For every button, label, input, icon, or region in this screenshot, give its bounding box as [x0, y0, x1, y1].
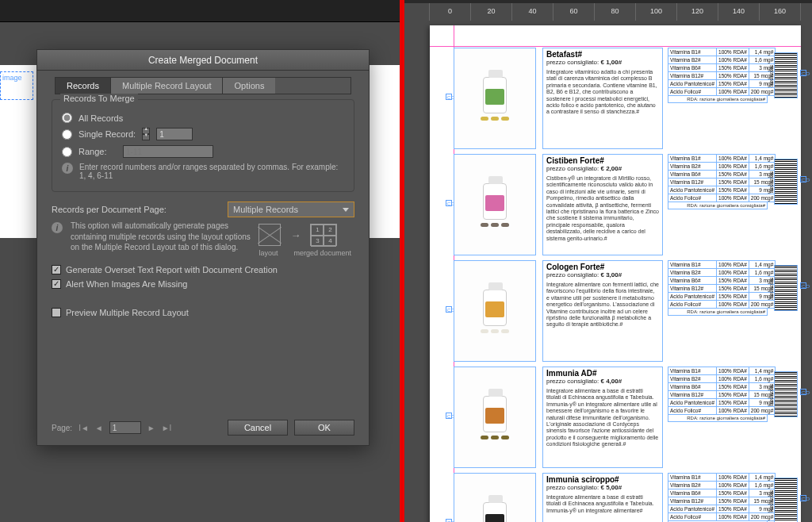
product-title: Cologen Forte# — [546, 263, 604, 271]
product-title: Immunia sciroppo# — [546, 475, 619, 484]
product-text-frame[interactable]: Cologen Forte# prezzo consigliato: € 3,0… — [542, 260, 663, 362]
last-page-icon[interactable]: ►I — [162, 424, 172, 432]
tab-multiple-record-layout[interactable]: Multiple Record Layout — [111, 78, 224, 94]
nutrition-table-frame[interactable]: Vitamina B1#100% RDA#1,4 mg#Vitamina B2#… — [668, 367, 768, 422]
info-icon: i — [62, 163, 73, 174]
barcode-number: 5050505054 — [768, 478, 774, 522]
page-number-input[interactable] — [109, 421, 141, 434]
product-text-frame[interactable]: Cistiben Forte# prezzo consigliato: € 2,… — [542, 154, 663, 255]
nutrition-table-frame[interactable]: Vitamina B1#100% RDA#1,4 mg#Vitamina B2#… — [668, 154, 768, 209]
record-card[interactable]: ⊂⊃ Betafast# prezzo consigliato: € 1,00#… — [454, 48, 799, 149]
radio-single-record[interactable] — [62, 129, 72, 140]
first-page-icon[interactable]: I◄ — [79, 424, 89, 432]
product-image-frame[interactable] — [454, 260, 536, 362]
product-text-frame[interactable]: Betafast# prezzo consigliato: € 1,00# In… — [542, 48, 663, 149]
nutrition-table: Vitamina B1#100% RDA#1,4 mg#Vitamina B2#… — [668, 473, 776, 521]
tab-records[interactable]: Records — [56, 78, 111, 94]
nutrition-table-frame[interactable]: Vitamina B1#100% RDA#1,4 mg#Vitamina B2#… — [668, 473, 768, 522]
barcode-number: 5050505051 — [768, 159, 774, 205]
barcode-frame[interactable]: 5050505050 — [774, 52, 798, 98]
product-price: prezzo consigliato: € 2,00# — [546, 165, 622, 172]
tab-options[interactable]: Options — [223, 78, 275, 94]
cancel-button[interactable]: Cancel — [228, 420, 288, 436]
product-image-frame[interactable] — [454, 367, 536, 468]
info-icon: i — [52, 222, 63, 233]
nutrition-table: Vitamina B1#100% RDA#1,4 mg#Vitamina B2#… — [668, 154, 776, 202]
records-per-page-dropdown[interactable]: Multiple Records — [228, 202, 354, 217]
record-card[interactable]: ⊂⊃ Immunia AD# prezzo consigliato: € 4,0… — [454, 367, 799, 468]
product-description: Integratore vitaminico adatto a chi pres… — [546, 69, 659, 116]
create-merged-document-dialog: Create Merged Document Records Multiple … — [36, 49, 370, 446]
thread-link-icon[interactable]: ⊂⊃ — [800, 495, 806, 501]
range-input[interactable] — [123, 145, 213, 158]
next-page-icon[interactable]: ► — [147, 424, 155, 432]
checkbox-preview-layout[interactable]: ✓ — [52, 308, 61, 317]
product-text-frame[interactable]: Immunia sciroppo# prezzo consigliato: € … — [542, 473, 663, 522]
product-text-frame[interactable]: Immunia AD# prezzo consigliato: € 4,00# … — [542, 367, 663, 468]
bottle-graphic — [483, 396, 507, 432]
barcode-frame[interactable]: 5050505053 — [774, 371, 798, 417]
product-price: prezzo consigliato: € 5,00# — [546, 484, 622, 491]
checkbox-alert-missing-images[interactable]: ✓ — [52, 279, 61, 289]
bottle-graphic — [483, 77, 507, 113]
pills-graphic — [481, 117, 509, 121]
horizontal-ruler: 0 20 40 60 80 100 120 140 160 180 — [404, 3, 812, 21]
product-image-frame[interactable] — [454, 154, 536, 255]
record-card[interactable]: ⊂⊃ Cologen Forte# prezzo consigliato: € … — [454, 260, 799, 362]
diagram-merged-label: merged document — [293, 249, 351, 257]
barcode-number: 5050505053 — [768, 372, 774, 418]
thread-link-icon[interactable]: ⊂⊃ — [800, 176, 806, 182]
multiple-records-help-text: This option will automatically generate … — [71, 221, 251, 257]
thread-link-icon[interactable]: ⊂⊃ — [446, 94, 452, 100]
bottle-graphic — [483, 290, 507, 326]
radio-single-record-label: Single Record: — [79, 129, 136, 139]
thread-link-icon[interactable]: ⊂⊃ — [446, 200, 452, 206]
pills-graphic — [481, 436, 509, 439]
product-title: Immunia AD# — [546, 369, 597, 378]
barcode-frame[interactable]: 5050505051 — [774, 159, 798, 205]
record-card[interactable]: ⊂⊃ Immunia sciroppo# prezzo consigliato:… — [454, 473, 799, 522]
product-price: prezzo consigliato: € 3,00# — [546, 271, 622, 278]
product-image-frame[interactable] — [454, 473, 536, 522]
nutrition-table-frame[interactable]: Vitamina B1#100% RDA#1,4 mg#Vitamina B2#… — [668, 260, 768, 316]
checkbox-overset-report[interactable]: ✓ — [52, 265, 61, 274]
thread-link-icon[interactable]: ⊂⊃ — [446, 413, 452, 419]
merged-document-page[interactable]: ⊂⊃ Betafast# prezzo consigliato: € 1,00#… — [430, 25, 801, 522]
records-to-merge-group: Records To Merge All Records Single Reco… — [52, 99, 354, 192]
radio-range[interactable] — [62, 147, 72, 157]
thread-link-icon[interactable]: ⊂⊃ — [800, 389, 806, 395]
barcode-frame[interactable]: 5050505054 — [774, 478, 798, 522]
product-title: Cistiben Forte# — [546, 156, 604, 165]
radio-all-records[interactable] — [62, 113, 72, 123]
page-nav-label: Page: — [52, 424, 72, 432]
single-record-input[interactable] — [156, 128, 193, 140]
nutrition-table-frame[interactable]: Vitamina B1#100% RDA#1,4 mg#Vitamina B2#… — [668, 48, 768, 103]
right-document-view: 0 20 40 60 80 100 120 140 160 180 ⊂⊃ Bet… — [404, 0, 812, 522]
product-description: Integratore alimentare a base di estratt… — [546, 388, 659, 448]
product-description: Cistiben-y® un integratore di Mirtillo r… — [546, 175, 659, 242]
range-help-text: Enter record numbers and/or ranges separ… — [79, 163, 344, 180]
stepper-down-icon[interactable]: ▼ — [142, 134, 150, 140]
thread-link-icon[interactable]: ⊂⊃ — [800, 70, 806, 76]
thread-link-icon[interactable]: ⊂⊃ — [446, 306, 452, 313]
checkbox-alert-missing-images-label: Alert When Images Are Missing — [66, 279, 187, 289]
left-app-toolbar — [0, 0, 400, 22]
image-placeholder-frame[interactable]: image — [0, 71, 33, 100]
pills-graphic — [481, 329, 509, 333]
rda-footnote: RDA: razione giornaliera consigliata# — [668, 415, 768, 422]
prev-page-icon[interactable]: ◄ — [95, 424, 103, 432]
barcode-number: 5050505050 — [768, 53, 774, 99]
dialog-tabs: Records Multiple Record Layout Options — [55, 77, 351, 94]
record-card[interactable]: ⊂⊃ Cistiben Forte# prezzo consigliato: €… — [454, 154, 799, 255]
barcode-frame[interactable]: 5050505052 — [774, 265, 798, 311]
product-title: Betafast# — [546, 50, 582, 59]
barcode-number: 5050505052 — [768, 266, 774, 312]
product-image-frame[interactable] — [454, 48, 536, 149]
thread-link-icon[interactable]: ⊂⊃ — [446, 519, 452, 522]
ok-button[interactable]: OK — [294, 420, 354, 436]
rda-footnote: RDA: razione giornaliera consigliata# — [668, 309, 768, 316]
chevron-down-icon — [343, 208, 349, 212]
single-record-stepper[interactable]: ▲ ▼ — [142, 128, 150, 140]
thread-link-icon[interactable]: ⊂⊃ — [800, 282, 806, 289]
nutrition-table: Vitamina B1#100% RDA#1,4 mg#Vitamina B2#… — [668, 260, 776, 309]
